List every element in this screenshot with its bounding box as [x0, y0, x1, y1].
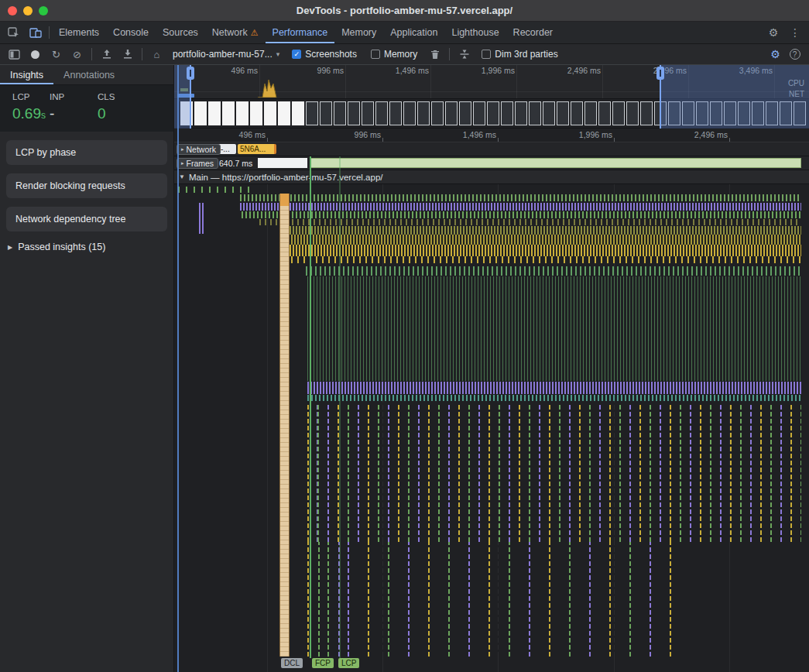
- settings-gear-icon[interactable]: ⚙: [763, 26, 784, 39]
- main-track-header[interactable]: ▼ Main — https://portfolio-amber-mu-57.v…: [174, 170, 809, 184]
- divider: [449, 48, 450, 60]
- clear-button[interactable]: ⊘: [67, 46, 87, 63]
- flame-band[interactable]: [199, 203, 204, 234]
- tab-insights[interactable]: Insights: [0, 65, 53, 84]
- insight-card-render-blocking[interactable]: Render blocking requests: [6, 173, 167, 198]
- screenshot-frame[interactable]: [320, 101, 332, 125]
- load-profile-button[interactable]: [97, 46, 116, 63]
- collect-garbage-icon[interactable]: [425, 46, 444, 63]
- flame-band[interactable]: [291, 256, 801, 263]
- flame-band[interactable]: [242, 211, 801, 218]
- history-dropdown[interactable]: portfolio-amber-mu-57... ▾: [168, 47, 284, 61]
- screenshot-frame[interactable]: [515, 101, 527, 125]
- screenshot-frame[interactable]: [348, 101, 360, 125]
- flame-band[interactable]: [306, 266, 801, 276]
- screenshot-frame[interactable]: [584, 101, 597, 125]
- zoom-button[interactable]: [39, 6, 48, 15]
- inspect-icon[interactable]: [3, 22, 25, 43]
- network-track-toggle[interactable]: ▸ Network: [177, 144, 221, 155]
- tab-elements[interactable]: Elements: [52, 22, 106, 43]
- toggle-sidebar-icon[interactable]: [5, 46, 24, 63]
- insight-card-network-dependency-tree[interactable]: Network dependency tree: [6, 207, 167, 231]
- memory-checkbox[interactable]: Memory: [371, 49, 417, 60]
- screenshot-frame[interactable]: [375, 101, 388, 125]
- screenshot-frame[interactable]: [598, 101, 611, 125]
- network-request[interactable]: 5N6A...: [238, 144, 276, 154]
- screenshot-frame[interactable]: [292, 101, 304, 125]
- screenshot-frame[interactable]: [264, 101, 276, 125]
- screenshot-frame[interactable]: [208, 101, 221, 125]
- screenshot-frame[interactable]: [501, 101, 513, 125]
- screenshot-frame[interactable]: [403, 101, 416, 125]
- selection-handle-right[interactable]: [660, 65, 661, 129]
- screenshot-frame[interactable]: [362, 101, 374, 125]
- insight-card-lcp-by-phase[interactable]: LCP by phase: [6, 140, 167, 165]
- marker-dcl[interactable]: DCL: [281, 658, 303, 668]
- reload-and-record-button[interactable]: ↻: [46, 46, 66, 63]
- flame-band[interactable]: [307, 395, 801, 401]
- tab-memory[interactable]: Memory: [334, 22, 383, 43]
- more-menu-icon[interactable]: ⋮: [784, 26, 806, 39]
- flame-band[interactable]: [259, 219, 801, 225]
- screenshot-frame[interactable]: [250, 101, 262, 125]
- save-profile-button[interactable]: [118, 46, 137, 63]
- tab-sources[interactable]: Sources: [156, 22, 205, 43]
- screenshot-frame[interactable]: [417, 101, 430, 125]
- frame-segment-white[interactable]: [258, 158, 307, 168]
- screenshot-frame[interactable]: [487, 101, 499, 125]
- marker-lcp[interactable]: LCP: [338, 658, 359, 668]
- tab-recorder[interactable]: Recorder: [506, 22, 560, 43]
- screenshot-frame[interactable]: [640, 101, 653, 125]
- screenshot-frame[interactable]: [529, 101, 541, 125]
- minimize-button[interactable]: [23, 6, 33, 15]
- screenshot-frame[interactable]: [334, 101, 346, 125]
- screenshot-frame[interactable]: [626, 101, 639, 125]
- marker-fcp[interactable]: FCP: [312, 658, 334, 668]
- screenshot-frame[interactable]: [389, 101, 402, 125]
- tab-network[interactable]: Network ⚠: [205, 22, 266, 43]
- flame-band[interactable]: [290, 245, 801, 256]
- dim-3rd-parties-checkbox[interactable]: Dim 3rd parties: [482, 49, 557, 60]
- tab-lighthouse[interactable]: Lighthouse: [444, 22, 506, 43]
- passed-insights-toggle[interactable]: ▶ Passed insights (15): [0, 231, 173, 262]
- screenshot-frame[interactable]: [222, 101, 235, 125]
- screenshot-frame[interactable]: [194, 101, 207, 125]
- capture-settings-gear-icon[interactable]: ⚙: [766, 46, 785, 63]
- frames-track-toggle[interactable]: ▸ Frames: [177, 158, 218, 169]
- main-flame-chart[interactable]: DCLFCPLCP: [174, 184, 809, 672]
- divider: [91, 48, 92, 60]
- selection-handle-left[interactable]: [190, 65, 191, 129]
- screenshots-checkbox[interactable]: ✓ Screenshots: [292, 49, 357, 60]
- screenshot-frame[interactable]: [236, 101, 249, 125]
- help-button[interactable]: ?: [785, 46, 804, 63]
- arrows-to-line-icon[interactable]: [454, 46, 474, 63]
- frame-segment-green[interactable]: [310, 158, 801, 168]
- screenshot-frame[interactable]: [543, 101, 555, 125]
- flame-band[interactable]: [286, 226, 801, 235]
- screenshot-frame[interactable]: [459, 101, 471, 125]
- screenshot-frame[interactable]: [557, 101, 569, 125]
- screenshot-frame[interactable]: [445, 101, 458, 125]
- flame-band[interactable]: [307, 382, 801, 394]
- flame-band[interactable]: [240, 194, 801, 201]
- screenshot-frame[interactable]: [473, 101, 485, 125]
- tab-console[interactable]: Console: [106, 22, 156, 43]
- flame-band[interactable]: [307, 276, 801, 381]
- device-toolbar-icon[interactable]: [25, 22, 46, 43]
- ruler-tick-mark: [614, 138, 615, 142]
- flame-band[interactable]: [240, 203, 801, 211]
- close-button[interactable]: [8, 6, 17, 15]
- screenshot-frame[interactable]: [431, 101, 444, 125]
- screenshot-frame[interactable]: [278, 101, 290, 125]
- screenshot-frame[interactable]: [306, 101, 318, 125]
- tab-performance[interactable]: Performance: [266, 22, 335, 43]
- record-button[interactable]: [26, 46, 45, 63]
- live-metrics-home-button[interactable]: ⌂: [147, 46, 166, 63]
- flame-band[interactable]: [178, 187, 255, 193]
- tab-annotations[interactable]: Annotations: [53, 65, 125, 84]
- screenshot-frame[interactable]: [571, 101, 583, 125]
- grid-line: [430, 65, 431, 98]
- tab-application[interactable]: Application: [383, 22, 444, 43]
- screenshot-frame[interactable]: [612, 101, 625, 125]
- flame-band[interactable]: [288, 235, 801, 245]
